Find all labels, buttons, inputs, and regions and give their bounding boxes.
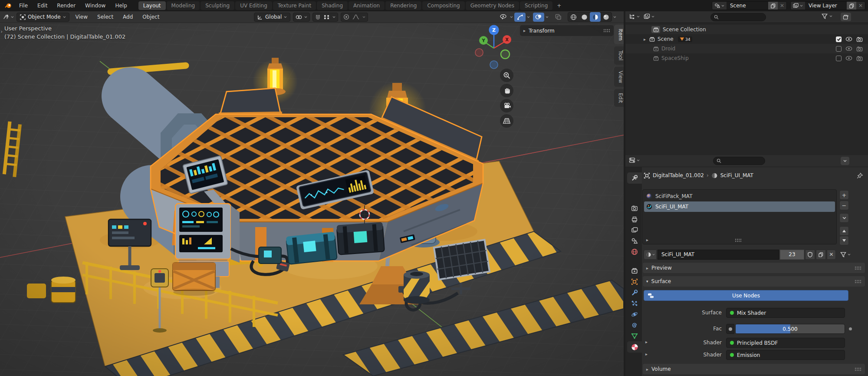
tab-particles[interactable] — [627, 298, 642, 309]
tab-compositing[interactable]: Compositing — [422, 1, 464, 10]
view-layer-browse-button[interactable] — [791, 2, 805, 10]
tab-modeling[interactable]: Modeling — [167, 1, 200, 10]
outliner-filter-button[interactable] — [822, 13, 832, 19]
tab-physics[interactable] — [627, 309, 642, 320]
tab-scene[interactable] — [627, 235, 642, 247]
preview-panel-header[interactable]: ▸ Preview — [643, 263, 865, 273]
properties-options-button[interactable] — [841, 157, 849, 165]
new-collection-button[interactable] — [841, 13, 851, 21]
tab-scripting[interactable]: Scripting — [520, 1, 552, 10]
shading-wireframe-button[interactable] — [568, 12, 579, 22]
viewport-canvas[interactable] — [0, 23, 624, 376]
falloff-curve-icon[interactable] — [352, 14, 359, 20]
breadcrumb-object[interactable]: DigitalTable_01.002 — [653, 172, 704, 178]
outliner-search-input[interactable] — [710, 13, 766, 21]
panel-grip[interactable] — [855, 266, 861, 270]
disable-render-camera-icon[interactable] — [856, 36, 863, 42]
outliner-display-mode-button[interactable] — [644, 13, 654, 20]
unlink-material-button[interactable]: ✕ — [827, 250, 836, 260]
exclude-checkbox[interactable] — [836, 46, 842, 52]
fac-socket-button[interactable] — [726, 324, 734, 334]
panel-grip[interactable] — [855, 280, 861, 284]
outliner-row-droid[interactable]: Droid — [625, 44, 868, 53]
tab-tool[interactable] — [627, 172, 642, 184]
shading-solid-button[interactable] — [579, 12, 590, 22]
list-resize-grip[interactable] — [735, 238, 742, 242]
move-slot-up-button[interactable] — [839, 226, 849, 236]
shader2-field[interactable]: Emission — [726, 350, 845, 360]
mode-dropdown[interactable]: Object Mode — [16, 13, 69, 22]
outliner-row-scene-collection[interactable]: Scene Collection — [625, 25, 868, 34]
show-gizmo-toggle[interactable] — [514, 13, 526, 22]
remove-slot-button[interactable]: − — [839, 201, 849, 210]
chevron-down-icon[interactable] — [510, 16, 513, 18]
tab-sculpting[interactable]: Sculpting — [201, 1, 234, 10]
new-material-button[interactable] — [816, 250, 826, 260]
slot-specials-button[interactable] — [839, 213, 849, 223]
material-name-field[interactable]: SciFi_UI_MAT — [658, 250, 779, 260]
use-nodes-button[interactable]: Use Nodes — [644, 290, 848, 301]
hide-eye-icon[interactable] — [845, 36, 852, 42]
menu-edit[interactable]: Edit — [33, 0, 52, 11]
view-layer-copy-button[interactable] — [847, 2, 856, 10]
animate-decorator-dot[interactable] — [849, 327, 852, 330]
menu-select[interactable]: Select — [94, 14, 117, 20]
sidebar-tab-tool[interactable]: Tool — [614, 46, 624, 64]
tab-geometry-nodes[interactable]: Geometry Nodes — [466, 1, 519, 10]
pan-hand-button[interactable] — [500, 84, 513, 97]
exclude-checkbox[interactable] — [836, 56, 842, 61]
volume-panel-header[interactable]: ▸ Volume — [643, 364, 865, 374]
link-material-dropdown[interactable] — [840, 252, 851, 257]
camera-view-button[interactable] — [500, 99, 513, 112]
scene-copy-button[interactable] — [768, 2, 778, 10]
tab-layout[interactable]: Layout — [138, 1, 166, 10]
viewport[interactable]: › User Perspective (72) Scene Collection… — [0, 23, 624, 376]
panel-grip[interactable] — [603, 29, 610, 33]
hide-eye-icon[interactable] — [845, 56, 852, 61]
move-slot-down-button[interactable] — [839, 236, 849, 245]
tab-collection[interactable] — [627, 265, 642, 277]
expand-arrow-icon[interactable]: ▸ — [646, 237, 648, 242]
transform-orientation-dropdown[interactable]: Global — [254, 13, 290, 22]
outliner-row-spaceship[interactable]: SpaceShip — [625, 53, 868, 63]
menu-file[interactable]: File — [15, 0, 32, 11]
proportional-edit-icon[interactable] — [343, 14, 349, 20]
menu-add[interactable]: Add — [119, 14, 136, 20]
expand-arrow-icon[interactable]: ▸ — [645, 352, 648, 356]
surface-panel-header[interactable]: ▾ Surface — [643, 276, 865, 287]
menu-view-3d[interactable]: View — [72, 14, 91, 20]
disable-render-camera-icon[interactable] — [856, 56, 863, 61]
properties-search-input[interactable] — [713, 157, 765, 165]
scene-name[interactable]: Scene — [727, 2, 768, 10]
pin-icon[interactable] — [857, 172, 863, 179]
tab-material[interactable] — [627, 341, 642, 353]
tab-uv-editing[interactable]: UV Editing — [235, 1, 272, 10]
blender-logo[interactable] — [3, 3, 14, 9]
view-layer-remove-button[interactable]: ✕ — [856, 2, 865, 10]
menu-render[interactable]: Render — [53, 0, 80, 11]
sidebar-tab-item[interactable]: Item — [614, 25, 624, 44]
fac-slider[interactable]: 0.500 — [735, 324, 845, 334]
expand-arrow-icon[interactable]: ▸ — [645, 340, 648, 344]
navigation-gizmo[interactable]: Z Y X — [473, 24, 516, 69]
show-object-types-button[interactable] — [497, 13, 509, 22]
tab-shading[interactable]: Shading — [317, 1, 348, 10]
chevron-down-icon[interactable] — [613, 16, 616, 18]
slot-scifi-ui[interactable]: SciFi_UI_MAT — [644, 201, 835, 212]
surface-shader-field[interactable]: Mix Shader — [726, 308, 845, 318]
tab-texture-paint[interactable]: Texture Paint — [273, 1, 316, 10]
outliner-editor-type-button[interactable] — [629, 13, 640, 20]
exclude-checkbox[interactable] — [836, 36, 842, 42]
tab-constraints[interactable] — [627, 320, 642, 331]
breadcrumb-material[interactable]: SciFi_UI_MAT — [720, 172, 753, 178]
tab-render[interactable] — [627, 203, 642, 214]
editor-type-button[interactable] — [3, 14, 14, 20]
menu-window[interactable]: Window — [81, 0, 110, 11]
scene-browse-button[interactable] — [712, 2, 727, 10]
tab-world[interactable] — [627, 246, 642, 257]
tab-rendering[interactable]: Rendering — [385, 1, 421, 10]
panel-grip[interactable] — [855, 367, 861, 371]
chevron-down-icon[interactable] — [527, 16, 530, 18]
pivot-point-dropdown[interactable] — [293, 13, 310, 22]
expand-arrow-icon[interactable]: ▸ — [644, 37, 646, 42]
